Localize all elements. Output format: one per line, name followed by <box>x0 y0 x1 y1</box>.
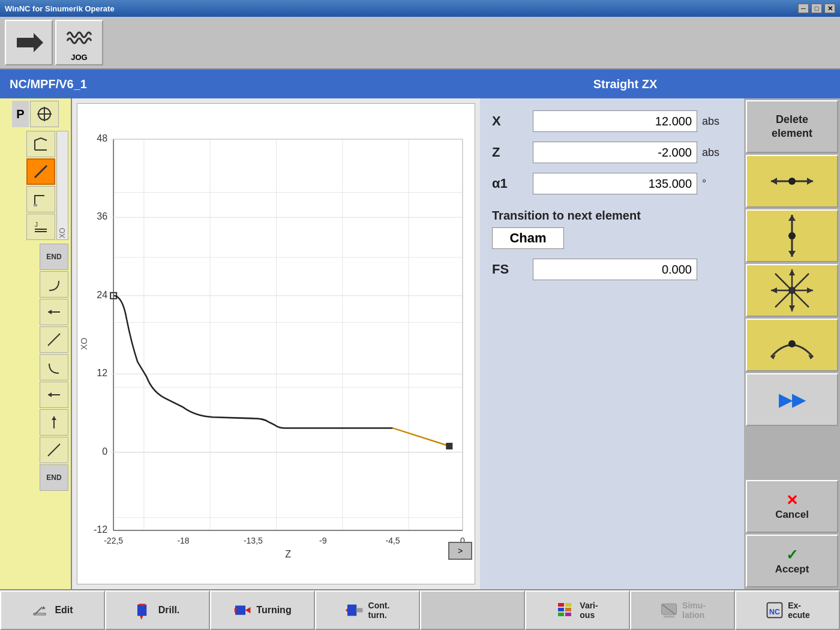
svg-text:-12: -12 <box>94 524 107 535</box>
graph-scroll-button[interactable]: > <box>448 542 472 560</box>
svg-marker-59 <box>789 305 795 311</box>
diag-up-icon <box>46 331 62 348</box>
svg-line-13 <box>48 334 60 346</box>
a1-input[interactable] <box>533 173 697 194</box>
simulation-label: Simu-lation <box>682 601 706 620</box>
four-way-arrow-icon <box>768 266 816 314</box>
z-input[interactable] <box>533 142 697 163</box>
drill-icon <box>136 601 155 620</box>
svg-rect-71 <box>236 606 245 614</box>
jog-mode-button[interactable]: JOG <box>55 20 103 65</box>
title-bar: WinNC for Sinumerik Operate ─ □ ✕ <box>0 0 840 17</box>
cancel-label: Cancel <box>775 509 809 521</box>
cont-turn-button[interactable]: Cont.turn. <box>315 590 420 630</box>
svg-text:36: 36 <box>97 211 107 221</box>
fast-forward-button[interactable]: ▶▶ <box>746 373 838 426</box>
svg-point-50 <box>788 232 796 239</box>
tool-profile-icon[interactable] <box>26 131 55 157</box>
drill-button[interactable]: Drill. <box>105 590 210 630</box>
spacer-btn1 <box>420 590 525 630</box>
minimize-button[interactable]: ─ <box>798 4 809 13</box>
simulation-button[interactable]: Simu-lation <box>630 590 735 630</box>
svg-text:12: 12 <box>97 367 107 378</box>
z-unit: abs <box>702 146 732 159</box>
delete-element-label: Deleteelement <box>772 113 812 141</box>
execute-label: Ex-ecute <box>788 601 810 620</box>
fs-input[interactable] <box>533 259 697 280</box>
diagonal-up2-icon[interactable] <box>40 437 68 463</box>
svg-marker-52 <box>788 251 796 257</box>
right-panel: X abs Z abs α1 ° Transition to next elem… <box>480 98 744 589</box>
arrow-left2-icon[interactable] <box>40 382 68 408</box>
title-bar-buttons: ─ □ ✕ <box>798 4 835 13</box>
arrow-left-icon[interactable] <box>40 299 68 325</box>
svg-text:24: 24 <box>97 289 107 300</box>
arc-dot-button[interactable] <box>746 319 838 371</box>
cutting-icon[interactable]: J <box>26 214 55 240</box>
diagonal-icon <box>32 163 49 180</box>
vertical-arrow-button[interactable] <box>746 209 838 262</box>
svg-rect-81 <box>565 608 571 611</box>
svg-rect-82 <box>565 613 571 616</box>
svg-line-6 <box>35 166 47 178</box>
four-way-arrow-button[interactable] <box>746 264 838 317</box>
edit-icon <box>32 601 51 620</box>
various-button[interactable]: Vari-ous <box>525 590 630 630</box>
turning-button[interactable]: Turning <box>210 590 315 630</box>
crosshair-icon <box>36 106 53 122</box>
x-unit: abs <box>702 115 732 128</box>
edit-label: Edit <box>55 605 73 616</box>
close-button[interactable]: ✕ <box>824 4 835 13</box>
left-arrow-icon <box>46 304 62 320</box>
svg-text:XO: XO <box>79 338 89 350</box>
fast-forward-icon: ▶▶ <box>779 390 805 410</box>
maximize-button[interactable]: □ <box>811 4 822 13</box>
z-param-row: Z abs <box>492 142 732 163</box>
svg-text:-13,5: -13,5 <box>244 536 263 545</box>
sidebar-crosshair[interactable] <box>30 101 59 127</box>
header-bar: NC/MPF/V6_1 Straight ZX <box>0 70 840 98</box>
action-buttons-panel: Deleteelement <box>744 98 840 589</box>
sidebar-vertical-label: XO <box>56 131 68 240</box>
app-title: WinNC for Sinumerik Operate <box>5 4 115 13</box>
edit-button[interactable]: Edit <box>0 590 105 630</box>
horizontal-arrow-button[interactable] <box>746 155 838 208</box>
right-arrow-icon: > <box>458 546 463 556</box>
svg-rect-76 <box>356 608 362 612</box>
arrow-up-icon[interactable] <box>40 409 68 436</box>
right-angle-icon[interactable] <box>26 186 55 212</box>
left-sidebar: P <box>0 98 72 589</box>
arc-dot-icon <box>765 327 819 363</box>
arc-right-icon[interactable] <box>40 271 68 298</box>
fs-label: FS <box>492 262 528 277</box>
svg-marker-15 <box>48 392 52 397</box>
jog-label: JOG <box>71 53 87 62</box>
svg-rect-44 <box>446 443 452 449</box>
various-icon <box>557 601 576 620</box>
cont-turn-icon <box>346 601 365 620</box>
svg-text:-22,5: -22,5 <box>104 536 123 545</box>
spacer <box>746 428 838 478</box>
svg-text:-9: -9 <box>319 536 327 545</box>
cancel-button[interactable]: ✕ Cancel <box>746 480 838 533</box>
x-input[interactable] <box>533 110 697 132</box>
svg-text:J: J <box>35 221 38 228</box>
diagonal-up-icon[interactable] <box>40 326 68 353</box>
accept-label: Accept <box>775 563 809 575</box>
svg-marker-67 <box>42 606 46 610</box>
svg-text:0: 0 <box>102 446 107 457</box>
delete-element-button[interactable]: Deleteelement <box>746 100 838 153</box>
arc-left-icon[interactable] <box>40 354 68 380</box>
svg-marker-69 <box>140 616 143 620</box>
execute-button[interactable]: NC Ex-ecute <box>735 590 840 630</box>
fs-param-row: FS <box>492 259 732 280</box>
accept-button[interactable]: ✓ Accept <box>746 535 838 587</box>
execute-icon: NC <box>765 601 784 620</box>
a1-unit: ° <box>702 178 732 190</box>
transition-value: Cham <box>492 227 564 249</box>
svg-rect-78 <box>558 608 564 611</box>
diagonal-line-icon[interactable] <box>26 158 55 185</box>
arrow-mode-button[interactable] <box>5 20 53 65</box>
sidebar-p-label: P <box>12 101 29 127</box>
horizontal-arrow-icon <box>768 169 816 193</box>
